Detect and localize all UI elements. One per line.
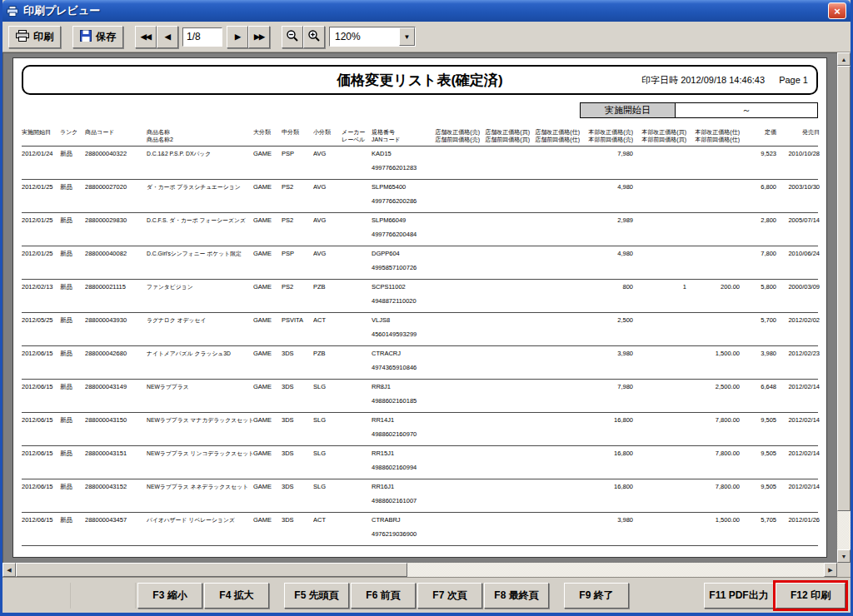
cell-shop-cost-price (530, 513, 580, 545)
cell-product-name: D.C.F.S. ダ・カーポ フォーシーズンズ (147, 213, 253, 246)
print-timestamp: 印字日時 2012/09/18 14:46:43 Page 1 (641, 74, 808, 87)
function-key-f11-pdf-output[interactable]: F11 PDF出力 (704, 583, 774, 609)
function-key-f3-shrink[interactable]: F3 縮小 (137, 583, 202, 609)
cell-release-date: 2012/02/14 (776, 446, 820, 479)
cell-model-jan: RR14J14988602160970 (372, 413, 430, 445)
cell-release-date: 2010/10/28 (776, 147, 820, 179)
cell-product-name: ダ・カーポ プラスシチュエーション (147, 180, 253, 212)
cell-product-code: 288000042680 (85, 346, 147, 379)
table-row: 2012/01/25 新品 288000027020 ダ・カーポ プラスシチュエ… (22, 180, 818, 213)
close-button[interactable]: × (828, 2, 846, 19)
cell-list-price: 5,800 (740, 280, 776, 312)
horizontal-scrollbar[interactable]: ◀ ▶ (2, 563, 851, 577)
cell-shop-buy-price (480, 346, 530, 379)
cell-shop-cost-price (530, 346, 580, 379)
cell-shop-buy-price (480, 413, 530, 445)
scroll-up-button[interactable]: ▲ (837, 52, 851, 66)
column-header: 発売日 (776, 128, 820, 143)
v-scroll-track[interactable] (837, 66, 851, 549)
zoom-dropdown-button[interactable]: ▼ (399, 27, 415, 46)
cell-product-code: 288000043152 (85, 479, 147, 512)
cell-maker (342, 147, 372, 179)
column-header: 定価 (740, 128, 776, 143)
v-scroll-thumb[interactable] (837, 66, 851, 511)
cell-shop-buy-price (480, 380, 530, 412)
cell-category-minor: SLG (313, 479, 342, 512)
cell-hq-buy-price (633, 413, 686, 445)
cell-list-price: 9,505 (740, 446, 776, 479)
cell-maker (342, 246, 372, 279)
cell-model-jan: RR8J14988602160185 (372, 380, 430, 412)
table-row: 2012/06/15 新品 288000043149 NEWラブプラス GAME… (22, 380, 818, 413)
arrow-right-icon: ▶ (828, 567, 832, 574)
cell-category-minor: AVG (313, 147, 342, 179)
cell-release-date: 2000/03/09 (776, 280, 820, 312)
zoom-level-select[interactable]: 120% ▼ (329, 27, 416, 47)
zoom-out-button[interactable] (282, 26, 303, 48)
cell-category-middle: PS2 (282, 180, 313, 212)
vertical-scrollbar[interactable]: ▲ ▼ (837, 52, 851, 563)
cell-product-code: 288000040082 (85, 246, 147, 279)
function-key-f12-print[interactable]: F12 印刷 (776, 583, 846, 609)
cell-maker (342, 380, 372, 412)
function-key-f8-last-page[interactable]: F8 最終頁 (484, 583, 549, 609)
cell-category-minor: SLG (313, 413, 342, 445)
cell-hq-cost-price (686, 313, 740, 345)
cell-category-minor: SLG (313, 380, 342, 412)
h-scroll-track[interactable] (16, 563, 824, 577)
cell-shop-buy-price (480, 446, 530, 479)
cell-start-date: 2012/06/15 (22, 380, 60, 412)
cell-product-code: 288000040322 (85, 147, 147, 179)
cell-shop-cost-price (530, 380, 580, 412)
first-page-button[interactable]: ◀◀ (135, 26, 157, 48)
cell-hq-sell-price: 3,980 (580, 513, 633, 545)
function-key-f4-enlarge[interactable]: F4 拡大 (204, 583, 269, 609)
cell-product-code: 288000043149 (85, 380, 147, 412)
cell-model-jan: SLPM654004997766200286 (372, 180, 430, 212)
cell-list-price: 5,705 (740, 513, 776, 545)
function-key-f6-prev-page[interactable]: F6 前頁 (351, 583, 416, 609)
cell-shop-sell-price (430, 513, 480, 545)
cell-shop-buy-price (480, 280, 530, 312)
table-row: 2012/01/25 新品 288000040082 D.C.Girl'sシンフ… (22, 246, 818, 280)
prev-page-button[interactable]: ◀ (157, 26, 178, 48)
cell-maker (342, 313, 372, 345)
cell-category-middle: 3DS (282, 446, 313, 479)
cell-model-jan: SCPS110024948872110020 (372, 280, 430, 312)
zoom-in-button[interactable] (303, 26, 325, 48)
cell-model-jan: CTRACRJ4974365910846 (372, 346, 430, 379)
page-number: Page 1 (779, 75, 808, 85)
cell-product-name: ナイトメアパズル クラッシュ3D (147, 346, 253, 379)
print-button[interactable]: 印刷 (8, 26, 61, 48)
cell-shop-sell-price (430, 446, 480, 479)
cell-rank: 新品 (60, 380, 85, 412)
cell-list-price: 2,800 (740, 213, 776, 246)
cell-product-code: 288000043151 (85, 446, 147, 479)
function-key-f5-first-page[interactable]: F5 先頭頁 (284, 583, 349, 609)
cell-shop-cost-price (530, 147, 580, 179)
function-key-f7-next-page[interactable]: F7 次頁 (417, 583, 482, 609)
cell-hq-buy-price (633, 147, 686, 179)
save-button[interactable]: 保存 (72, 26, 123, 48)
cell-shop-buy-price (480, 479, 530, 512)
cell-shop-cost-price (530, 479, 580, 512)
scroll-down-button[interactable]: ▼ (837, 549, 851, 563)
cell-category-major: GAME (253, 180, 282, 212)
h-scroll-thumb[interactable] (16, 563, 407, 577)
page-indicator-input[interactable] (182, 27, 222, 47)
cell-category-middle: 3DS (282, 346, 313, 379)
cell-hq-buy-price (633, 246, 686, 279)
report-table-body: 2012/01/24 新品 288000040322 D.C.1&2 P.S.P… (22, 147, 818, 546)
cell-rank: 新品 (60, 180, 85, 212)
column-header: 実施開始日 (22, 128, 60, 143)
scroll-left-button[interactable]: ◀ (2, 563, 16, 577)
next-page-button[interactable]: ▶ (227, 26, 248, 48)
column-header: 店舗改正価格(仕)店舗前回価格(仕) (530, 128, 580, 143)
last-page-button[interactable]: ▶▶ (248, 26, 270, 48)
column-header: 本部改正価格(売)本部前回価格(売) (580, 128, 633, 143)
function-key-f9-exit[interactable]: F9 終了 (564, 583, 629, 609)
arrow-down-icon: ▼ (841, 554, 847, 559)
cell-hq-cost-price: 200.00 (686, 280, 740, 312)
scroll-right-button[interactable]: ▶ (824, 563, 837, 577)
filter-box: 実施開始日 ～ (580, 102, 818, 118)
